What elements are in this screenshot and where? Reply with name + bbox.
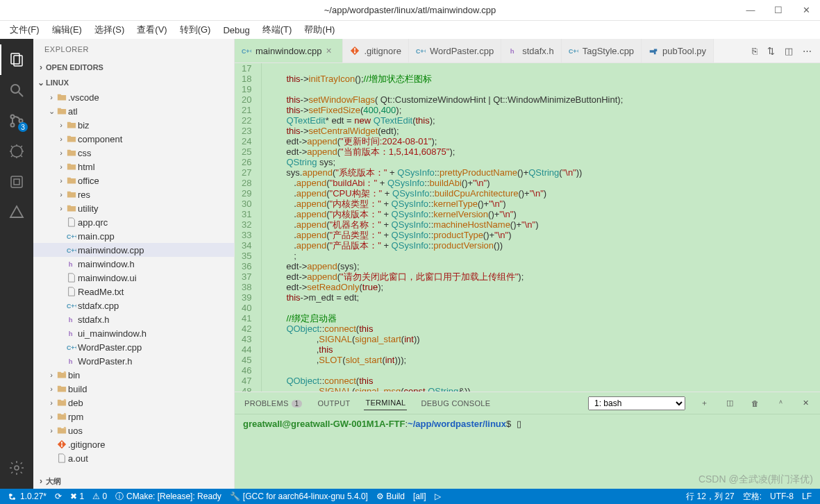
menu-item[interactable]: Debug — [217, 23, 255, 37]
sb-warnings[interactable]: ⚠ 0 — [88, 492, 111, 501]
file-item[interactable]: C++stdafx.cpp — [33, 299, 234, 312]
sb-errors[interactable]: ✖ 1 — [66, 492, 88, 501]
file-item[interactable]: C++mainwindow.cpp — [33, 243, 234, 257]
editor-tab[interactable]: C++WordPaster.cpp — [409, 39, 501, 62]
sb-cmake[interactable]: ⓘ CMake: [Release]: Ready — [111, 491, 226, 503]
tab-output[interactable]: OUTPUT — [316, 396, 351, 410]
outline-section[interactable]: ›大纲 — [33, 473, 234, 489]
sb-kit[interactable]: 🔧[GCC for aarch64-linux-gnu 5.4.0] — [226, 492, 372, 501]
tree-label: component — [78, 134, 122, 144]
extensions-icon[interactable] — [0, 197, 33, 228]
file-item[interactable]: hmainwindow.h — [33, 257, 234, 271]
file-icon: C++ — [65, 245, 78, 255]
tree-label: html — [78, 162, 95, 172]
folder-item[interactable]: ›utility — [33, 201, 234, 215]
file-item[interactable]: .gitignore — [33, 437, 234, 451]
folder-item[interactable]: ›office — [33, 174, 234, 187]
sb-sync[interactable]: ⟳ — [51, 492, 66, 501]
tab-icon: C++ — [569, 46, 578, 56]
new-terminal-icon[interactable]: ＋ — [698, 396, 711, 410]
debug-icon[interactable] — [0, 136, 33, 167]
kill-terminal-icon[interactable]: 🗑 — [748, 398, 762, 409]
menubar: 文件(F)编辑(E)选择(S)查看(V)转到(G)Debug终端(T)帮助(H) — [0, 21, 820, 39]
compare-icon[interactable]: ⎘ — [749, 43, 760, 59]
folder-item[interactable]: ›component — [33, 132, 234, 146]
tree-label: main.cpp — [78, 231, 115, 242]
tab-terminal[interactable]: TERMINAL — [364, 396, 407, 410]
cmake-icon[interactable] — [0, 167, 33, 197]
search-icon[interactable] — [0, 75, 33, 106]
file-item[interactable]: app.qrc — [33, 215, 234, 229]
panel-close-icon[interactable]: ✕ — [800, 397, 812, 409]
tab-close-icon[interactable]: × — [326, 45, 335, 56]
menu-item[interactable]: 编辑(E) — [47, 22, 87, 38]
folder-item[interactable]: ›rpm — [33, 410, 234, 423]
tab-debug-console[interactable]: DEBUG CONSOLE — [419, 396, 492, 410]
menu-item[interactable]: 转到(G) — [174, 22, 217, 38]
svg-text:C++: C++ — [416, 48, 426, 55]
file-icon — [65, 120, 78, 130]
chevron-icon: › — [57, 190, 65, 199]
minimize-button[interactable]: — — [737, 0, 764, 21]
editor-area: C++mainwindow.cpp×.gitignoreC++WordPaste… — [235, 39, 820, 489]
file-item[interactable]: hui_mainwindow.h — [33, 326, 234, 340]
sb-spaces[interactable]: 空格: — [739, 491, 766, 503]
explorer-icon[interactable] — [0, 44, 33, 75]
folder-item[interactable]: ›res — [33, 187, 234, 201]
menu-item[interactable]: 查看(V) — [131, 22, 172, 38]
folder-item[interactable]: ⌄atl — [33, 104, 234, 118]
file-item[interactable]: C++WordPaster.cpp — [33, 340, 234, 354]
editor-tabs: C++mainwindow.cpp×.gitignoreC++WordPaste… — [235, 39, 820, 63]
file-item[interactable]: mainwindow.ui — [33, 271, 234, 285]
settings-icon[interactable] — [0, 453, 33, 483]
tree-label: ui_mainwindow.h — [78, 328, 147, 339]
folder-item[interactable]: ›deb — [33, 396, 234, 410]
menu-item[interactable]: 帮助(H) — [299, 22, 340, 38]
split-terminal-icon[interactable]: ◫ — [723, 397, 736, 409]
sb-encoding[interactable]: UTF-8 — [766, 491, 798, 503]
folder-item[interactable]: ›bin — [33, 368, 234, 382]
sb-build[interactable]: ⚙ Build — [372, 492, 409, 501]
editor-tab[interactable]: pubTool.py — [642, 39, 714, 62]
open-editors-section[interactable]: ›OPEN EDITORS — [33, 60, 234, 75]
sb-target[interactable]: [all] — [409, 492, 430, 501]
window-title: ~/app/wordpaster/linux/atl/mainwindow.cp… — [324, 5, 496, 15]
menu-item[interactable]: 终端(T) — [257, 22, 298, 38]
sb-linecol[interactable]: 行 12，列 27 — [682, 491, 738, 503]
file-item[interactable]: hstdafx.h — [33, 312, 234, 326]
toggle-icon[interactable]: ⇅ — [764, 43, 778, 59]
terminal-body[interactable]: greatwall@greatwall-GW-001M1A-FTF:~/app/… — [235, 414, 820, 489]
sb-branch[interactable]: 1.0.27* — [4, 492, 51, 501]
file-item[interactable]: hWordPaster.h — [33, 354, 234, 368]
file-item[interactable]: C++main.cpp — [33, 229, 234, 243]
file-item[interactable]: a.out — [33, 451, 234, 465]
panel-maximize-icon[interactable]: ＾ — [774, 396, 787, 410]
more-icon[interactable]: ⋯ — [800, 43, 814, 59]
close-button[interactable]: ✕ — [792, 0, 820, 21]
chevron-icon: › — [57, 204, 65, 212]
scm-icon[interactable]: 3 — [0, 106, 33, 136]
editor-tab[interactable]: C++TagStyle.cpp — [562, 39, 642, 62]
split-editor-icon[interactable]: ◫ — [782, 43, 796, 59]
sb-eol[interactable]: LF — [798, 491, 816, 503]
file-icon: h — [65, 259, 78, 269]
maximize-button[interactable]: ☐ — [764, 0, 792, 21]
svg-point-7 — [11, 146, 22, 157]
folder-item[interactable]: ›html — [33, 160, 234, 174]
menu-item[interactable]: 文件(F) — [4, 22, 45, 38]
terminal-select[interactable]: 1: bash — [588, 396, 685, 410]
editor-tab[interactable]: C++mainwindow.cpp× — [235, 39, 343, 62]
folder-item[interactable]: ›.vscode — [33, 90, 234, 104]
folder-item[interactable]: ›css — [33, 146, 234, 160]
code-editor[interactable]: 1718192021222324252627282930313233343536… — [235, 63, 820, 392]
folder-item[interactable]: ›uos — [33, 423, 234, 437]
file-item[interactable]: ReadMe.txt — [33, 285, 234, 299]
editor-tab[interactable]: .gitignore — [343, 39, 408, 62]
menu-item[interactable]: 选择(S) — [89, 22, 130, 38]
tab-problems[interactable]: PROBLEMS1 — [243, 396, 303, 410]
folder-item[interactable]: ›biz — [33, 118, 234, 132]
editor-tab[interactable]: hstdafx.h — [501, 39, 562, 62]
sb-debug-launch[interactable]: ▷ — [430, 492, 445, 501]
workspace-root[interactable]: ⌄LINUX — [33, 75, 234, 90]
folder-item[interactable]: ›build — [33, 382, 234, 396]
